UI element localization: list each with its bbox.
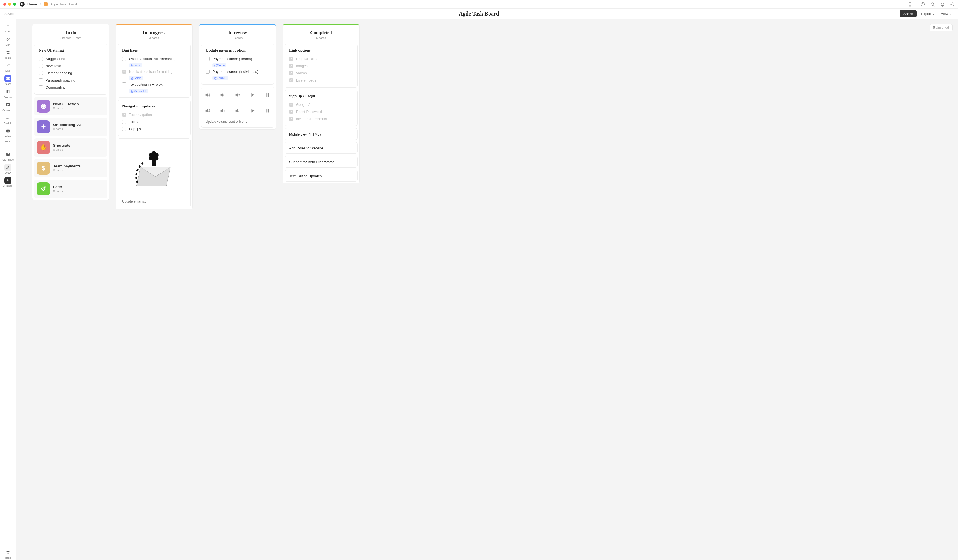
- mention-tag[interactable]: @Sonia: [129, 76, 186, 80]
- sidebar-item-todo[interactable]: To-do: [1, 48, 15, 60]
- checkbox-icon[interactable]: [39, 71, 43, 75]
- card-simple[interactable]: Mobile view (HTML): [284, 128, 358, 140]
- breadcrumb-separator: /: [40, 2, 41, 6]
- checkbox-icon[interactable]: [206, 70, 210, 74]
- canvas[interactable]: 0Unsorted To do5 boards, 1 cardNew UI st…: [16, 19, 958, 560]
- help-icon[interactable]: [920, 2, 925, 7]
- card-simple[interactable]: Support for Beta Programme: [284, 156, 358, 168]
- sidebar-item-note[interactable]: Note: [1, 22, 15, 34]
- column-title[interactable]: In progress: [119, 30, 189, 35]
- board-row[interactable]: $Team payments0 cards: [34, 159, 107, 177]
- sidebar-item-ai-ideas[interactable]: AI Ideas: [1, 176, 15, 188]
- view-button[interactable]: View: [939, 10, 954, 17]
- checkbox-icon[interactable]: [39, 85, 43, 89]
- sidebar-item-draw[interactable]: Draw: [1, 163, 15, 175]
- svg-rect-14: [6, 77, 8, 79]
- sidebar-item-table[interactable]: Table: [1, 127, 15, 139]
- checkbox-icon[interactable]: [289, 109, 293, 114]
- checkbox-icon[interactable]: [289, 64, 293, 68]
- sidebar-item-sketch[interactable]: Sketch: [1, 114, 15, 125]
- sidebar-item-add-image[interactable]: Add image: [1, 150, 15, 162]
- board-row[interactable]: ↺Later0 cards: [34, 180, 107, 198]
- maximize-window-icon[interactable]: [13, 3, 16, 6]
- card-title: Bug fixes: [122, 48, 186, 53]
- checklist-item[interactable]: Element padding: [39, 70, 103, 77]
- checkbox-icon[interactable]: [39, 78, 43, 82]
- gear-icon[interactable]: [950, 2, 955, 7]
- checkbox-icon[interactable]: [289, 71, 293, 75]
- mobile-icon[interactable]: [907, 2, 912, 7]
- minimize-window-icon[interactable]: [8, 3, 11, 6]
- board-row[interactable]: ✋Shortcuts0 cards: [34, 138, 107, 157]
- sidebar-item-line[interactable]: Line: [1, 61, 15, 73]
- card-simple[interactable]: Text Editing Updates: [284, 170, 358, 182]
- mention-tag[interactable]: @Michael T: [129, 89, 186, 93]
- sidebar-item-link[interactable]: Link: [1, 35, 15, 47]
- checklist-item[interactable]: Toolbar: [122, 118, 186, 125]
- card-checklist[interactable]: Update payment optionPayment screen (Tea…: [201, 44, 274, 84]
- checkbox-icon[interactable]: [122, 82, 126, 86]
- close-window-icon[interactable]: [3, 3, 6, 6]
- sidebar-item-column[interactable]: Column: [1, 87, 15, 99]
- app-logo-icon[interactable]: M: [20, 2, 25, 6]
- checklist-item[interactable]: Text editing in Firefox: [122, 81, 186, 88]
- card-checklist[interactable]: New UI stylingSuggestionsNew TaskElement…: [34, 44, 107, 95]
- checkbox-icon[interactable]: [289, 103, 293, 107]
- export-button[interactable]: Export: [919, 10, 936, 17]
- checkbox-icon[interactable]: [122, 57, 126, 61]
- checklist-item[interactable]: Notifications icon formatting: [122, 68, 186, 75]
- checklist-item[interactable]: Switch account not refreshing: [122, 55, 186, 62]
- checkbox-icon[interactable]: [206, 57, 210, 61]
- sidebar-item-board[interactable]: Board: [1, 74, 15, 86]
- checklist-item[interactable]: Regular URLs: [289, 55, 353, 62]
- card-checklist[interactable]: Link optionsRegular URLsImagesVideosLive…: [284, 44, 358, 87]
- board-row[interactable]: ✦On-boarding V20 cards: [34, 117, 107, 136]
- column-title[interactable]: Completed: [286, 30, 356, 35]
- card-checklist[interactable]: Sign up / LoginGoogle AuthReset Password…: [284, 90, 358, 126]
- checkbox-icon[interactable]: [122, 70, 126, 74]
- card-simple[interactable]: Add Roles to Website: [284, 142, 358, 154]
- column-title[interactable]: In review: [203, 30, 273, 35]
- checklist-item[interactable]: Suggestions: [39, 55, 103, 62]
- search-icon[interactable]: [930, 2, 935, 7]
- checklist-item[interactable]: Payment screen (Teams): [206, 55, 270, 62]
- checklist-item[interactable]: Payment screen (Individuals): [206, 68, 270, 75]
- board-row[interactable]: ◉New UI Design0 cards: [34, 97, 107, 115]
- sidebar-more-icon[interactable]: [4, 139, 12, 144]
- checklist-item[interactable]: Google Auth: [289, 101, 353, 108]
- page-title[interactable]: Agile Task Board: [459, 11, 499, 17]
- card-checklist[interactable]: Navigation updatesTop navigationToolbarP…: [117, 100, 191, 136]
- checklist-item[interactable]: Reset Password: [289, 108, 353, 115]
- checkbox-icon[interactable]: [122, 127, 126, 131]
- checkbox-icon[interactable]: [39, 57, 43, 61]
- checkbox-icon[interactable]: [289, 78, 293, 82]
- checkbox-icon[interactable]: [122, 112, 126, 117]
- mention-tag[interactable]: @Sonia: [213, 63, 270, 67]
- sidebar-item-trash[interactable]: Trash: [1, 548, 15, 560]
- checkbox-icon[interactable]: [289, 117, 293, 121]
- checklist-item[interactable]: Top navigation: [122, 111, 186, 118]
- breadcrumb-home[interactable]: Home: [27, 2, 37, 6]
- bell-icon[interactable]: [940, 2, 945, 7]
- checklist-item[interactable]: Paragraph spacing: [39, 77, 103, 84]
- unsorted-badge[interactable]: 0Unsorted: [929, 24, 953, 31]
- sidebar-item-comment[interactable]: Comment: [1, 100, 15, 112]
- checklist-item[interactable]: Videos: [289, 70, 353, 77]
- checklist-item[interactable]: Live embeds: [289, 77, 353, 84]
- checkbox-icon[interactable]: [122, 120, 126, 124]
- checkbox-icon[interactable]: [289, 57, 293, 61]
- mention-tag[interactable]: @Isaac: [129, 63, 186, 67]
- column-title[interactable]: To do: [36, 30, 106, 35]
- checklist-item[interactable]: Popups: [122, 125, 186, 133]
- share-button[interactable]: Share: [899, 10, 917, 17]
- card-checklist[interactable]: Bug fixesSwitch account not refreshing@I…: [117, 44, 191, 98]
- checklist-item[interactable]: New Task: [39, 62, 103, 70]
- checkbox-icon[interactable]: [39, 64, 43, 68]
- card-icons[interactable]: Update volume control icons: [201, 87, 274, 128]
- checklist-item[interactable]: Invite team member: [289, 115, 353, 122]
- mention-tag[interactable]: @John P: [213, 76, 270, 80]
- card-illustration[interactable]: Update email icon: [117, 138, 191, 207]
- checklist-item[interactable]: Commenting: [39, 84, 103, 91]
- checklist-item[interactable]: Images: [289, 62, 353, 70]
- breadcrumb-doc[interactable]: Agile Task Board: [51, 2, 77, 6]
